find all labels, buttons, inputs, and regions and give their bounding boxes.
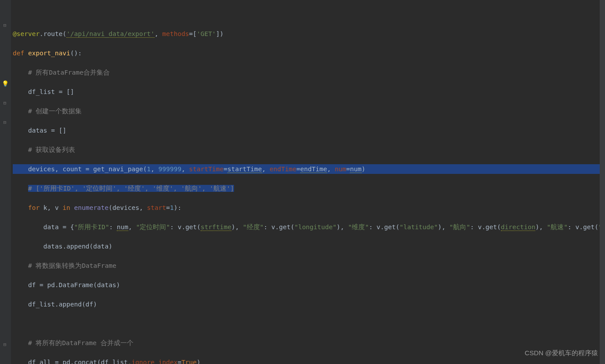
highlighted-line: devices, count = get_navi_page(1, 999999…	[13, 164, 605, 174]
code-content[interactable]: @server.route('/api/navi_data/export', m…	[11, 0, 605, 364]
decorator: @server	[13, 30, 40, 37]
bulb-icon[interactable]: 💡	[2, 79, 8, 85]
fold-icon[interactable]: ⊟	[2, 118, 8, 124]
fold-icon[interactable]: ⊟	[2, 340, 8, 346]
watermark: CSDN @爱机车的程序猿	[525, 348, 598, 358]
scrollbar-strip[interactable]	[600, 0, 605, 364]
fold-icon[interactable]: ⊟	[2, 98, 8, 105]
fold-icon[interactable]: ⊟	[2, 21, 8, 27]
code-editor[interactable]: ⊟ 💡 ⊟ ⊟ ⊟ @server.route('/api/navi_data/…	[0, 0, 605, 364]
gutter: ⊟ 💡 ⊟ ⊟ ⊟	[0, 0, 11, 364]
